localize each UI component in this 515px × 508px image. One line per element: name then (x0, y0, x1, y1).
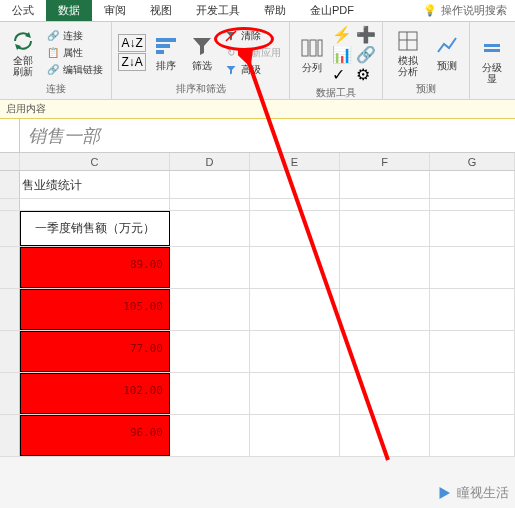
cell[interactable] (250, 171, 340, 198)
row-header[interactable] (0, 415, 20, 456)
cell[interactable] (430, 211, 515, 246)
row-header[interactable] (0, 171, 20, 198)
table-row: 89.00 (0, 247, 515, 289)
cell[interactable] (430, 247, 515, 288)
table-row: 77.00 (0, 331, 515, 373)
group-connections: 全部刷新 🔗连接 📋属性 🔗编辑链接 连接 (0, 22, 112, 99)
search-box[interactable]: 💡 操作说明搜索 (415, 0, 515, 21)
svg-rect-11 (484, 49, 500, 52)
cell[interactable] (250, 415, 340, 456)
cell[interactable] (340, 373, 430, 414)
cell[interactable] (340, 289, 430, 330)
group-forecast: 模拟分析 预测 预测 (383, 22, 470, 99)
cell[interactable] (430, 171, 515, 198)
cell[interactable] (430, 331, 515, 372)
whatif-button[interactable]: 模拟分析 (389, 25, 427, 80)
group-button[interactable]: 分级显 (476, 25, 509, 94)
cell-value[interactable]: 77.00 (20, 331, 170, 372)
cell[interactable] (430, 289, 515, 330)
manage-model-icon[interactable]: ⚙ (356, 65, 376, 84)
cell-value[interactable]: 89.00 (20, 247, 170, 288)
consolidate-icon[interactable]: ➕ (356, 25, 376, 44)
tab-data[interactable]: 数据 (46, 0, 92, 21)
svg-rect-2 (156, 50, 164, 54)
cell-header[interactable]: 一季度销售额（万元） (20, 211, 170, 246)
clear-filter-button[interactable]: 清除 (222, 28, 283, 44)
relationships-icon[interactable]: 🔗 (356, 45, 376, 64)
cell[interactable] (170, 289, 250, 330)
cell[interactable] (170, 373, 250, 414)
sort-button[interactable]: 排序 (150, 25, 182, 80)
cell[interactable] (250, 331, 340, 372)
svg-rect-6 (318, 40, 322, 56)
row-header[interactable] (0, 373, 20, 414)
tab-pdf[interactable]: 金山PDF (298, 0, 366, 21)
cell-title[interactable]: 售业绩统计 (20, 171, 170, 198)
forecast-button[interactable]: 预测 (431, 25, 463, 80)
cell[interactable] (430, 373, 515, 414)
col-header-d[interactable]: D (170, 153, 250, 170)
filter-button[interactable]: 筛选 (186, 25, 218, 80)
tab-help[interactable]: 帮助 (252, 0, 298, 21)
row-header[interactable] (0, 199, 20, 210)
cell[interactable] (340, 415, 430, 456)
cell[interactable] (170, 247, 250, 288)
sort-asc-icon[interactable]: A↓Z (118, 34, 145, 52)
cell[interactable] (250, 373, 340, 414)
advanced-filter-button[interactable]: 高级 (222, 62, 283, 78)
cell[interactable] (250, 211, 340, 246)
col-header-f[interactable]: F (340, 153, 430, 170)
sort-desc-icon[interactable]: Z↓A (118, 53, 145, 71)
col-header-c[interactable]: C (20, 153, 170, 170)
cell[interactable] (170, 331, 250, 372)
cell-value[interactable]: 105.00 (20, 289, 170, 330)
text-to-columns-button[interactable]: 分列 (296, 25, 328, 84)
cell-value[interactable]: 96.00 (20, 415, 170, 456)
reapply-button: ↻重新应用 (222, 45, 283, 61)
data-validation-icon[interactable]: ✓ (332, 65, 352, 84)
cell[interactable] (170, 199, 250, 210)
cell[interactable] (340, 171, 430, 198)
cell[interactable] (20, 199, 170, 210)
cell[interactable] (340, 331, 430, 372)
cell[interactable] (430, 415, 515, 456)
group-tools-label: 数据工具 (296, 84, 376, 100)
sort-icon (154, 34, 178, 58)
tab-review[interactable]: 审阅 (92, 0, 138, 21)
tab-view[interactable]: 视图 (138, 0, 184, 21)
properties-button[interactable]: 📋属性 (44, 45, 105, 61)
cell[interactable] (170, 415, 250, 456)
tab-dev[interactable]: 开发工具 (184, 0, 252, 21)
col-header-g[interactable]: G (430, 153, 515, 170)
formula-content[interactable]: 销售一部 (20, 119, 515, 152)
refresh-all-button[interactable]: 全部刷新 (6, 25, 40, 80)
connections-icon: 🔗 (46, 29, 60, 43)
cell[interactable] (340, 211, 430, 246)
table-row: 102.00 (0, 373, 515, 415)
cell[interactable] (250, 199, 340, 210)
select-all-corner[interactable] (0, 153, 20, 170)
row-header[interactable] (0, 331, 20, 372)
reapply-icon: ↻ (224, 46, 238, 60)
cell[interactable] (340, 199, 430, 210)
cell[interactable] (170, 211, 250, 246)
cell[interactable] (170, 171, 250, 198)
info-bar[interactable]: 启用内容 (0, 100, 515, 119)
table-row: 105.00 (0, 289, 515, 331)
cell[interactable] (250, 289, 340, 330)
name-box[interactable] (0, 119, 20, 152)
cell[interactable] (430, 199, 515, 210)
forecast-icon (435, 34, 459, 58)
cell-value[interactable]: 102.00 (20, 373, 170, 414)
cell[interactable] (340, 247, 430, 288)
remove-dup-icon[interactable]: 📊 (332, 45, 352, 64)
cell[interactable] (250, 247, 340, 288)
flash-fill-icon[interactable]: ⚡ (332, 25, 352, 44)
edit-links-button[interactable]: 🔗编辑链接 (44, 62, 105, 78)
col-header-e[interactable]: E (250, 153, 340, 170)
row-header[interactable] (0, 289, 20, 330)
row-header[interactable] (0, 247, 20, 288)
tab-formula[interactable]: 公式 (0, 0, 46, 21)
connections-button[interactable]: 🔗连接 (44, 28, 105, 44)
row-header[interactable] (0, 211, 20, 246)
